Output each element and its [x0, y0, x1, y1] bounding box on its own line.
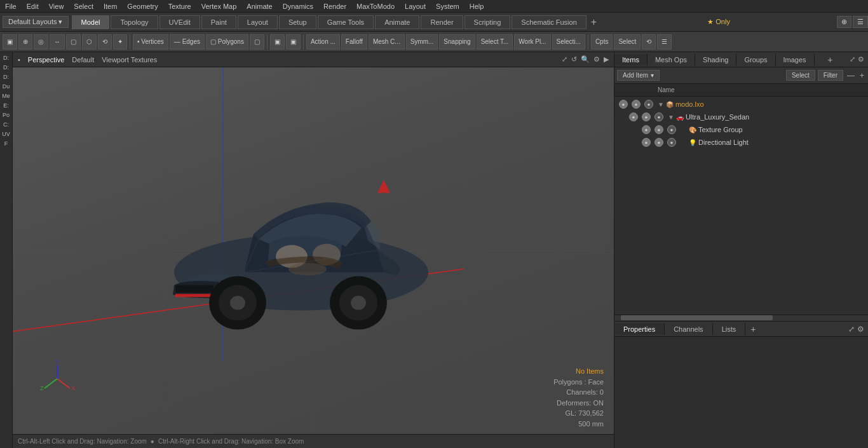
tab-items[interactable]: Items [614, 54, 648, 65]
perspective-label[interactable]: Perspective [28, 56, 64, 64]
prop-icon-settings[interactable]: ⚙ [857, 325, 864, 334]
tab-model[interactable]: Model [72, 15, 110, 29]
tab-paint[interactable]: Paint [201, 15, 236, 29]
tab-properties[interactable]: Properties [614, 323, 665, 335]
tab-setup[interactable]: Setup [279, 15, 316, 29]
tab-game-tools[interactable]: Game Tools [318, 15, 374, 29]
polygons-btn[interactable]: ▢ Polygons [206, 34, 248, 50]
ls-btn-po[interactable]: Po [1, 111, 12, 119]
ls-btn-f[interactable]: F [1, 139, 12, 148]
items-expand-icon[interactable]: ⤢ [850, 55, 855, 64]
item-row-modo[interactable]: ● ● ● ▼ 📦 modo.lxo [614, 98, 868, 111]
layout-icon-2[interactable]: ☰ [853, 16, 868, 28]
mesh-btn[interactable]: Mesh C... [369, 34, 405, 50]
eye-texture[interactable]: ● [642, 125, 651, 134]
viewport-textures-label[interactable]: Viewport Textures [102, 56, 157, 64]
tab-lists[interactable]: Lists [713, 323, 746, 335]
ls-btn-du[interactable]: Du [1, 82, 12, 91]
eye-light2[interactable]: ● [654, 138, 663, 147]
tab-topology[interactable]: Topology [111, 15, 158, 29]
arrow-sedan[interactable]: ▼ [668, 114, 674, 121]
tab-shading[interactable]: Shading [695, 54, 736, 65]
menu-file[interactable]: File [0, 1, 22, 11]
menu-help[interactable]: Help [465, 1, 489, 11]
menu-render[interactable]: Render [318, 1, 351, 11]
items-tab-add[interactable]: + [822, 53, 837, 67]
add-item-button[interactable]: Add Item ▾ [617, 70, 660, 81]
layout-add-button[interactable]: + [587, 17, 600, 28]
select-right-btn[interactable]: Select [614, 34, 641, 50]
snapping-btn[interactable]: Snapping [439, 34, 475, 50]
tab-schematic-fusion[interactable]: Schematic Fusion [512, 15, 586, 29]
items-scrollbar[interactable] [614, 315, 868, 321]
menu-geometry[interactable]: Geometry [122, 1, 163, 11]
tab-layout[interactable]: Layout [238, 15, 278, 29]
filter-btn[interactable]: Filter [818, 70, 843, 81]
item-row-sedan[interactable]: ● ● ● ▼ 🚗 Ultra_Luxury_Sedan [614, 111, 868, 123]
menu-texture[interactable]: Texture [163, 1, 196, 11]
viewport-3d[interactable]: X Y Z No Items Polygons : Face Channels:… [13, 67, 614, 434]
select-btn[interactable]: Select [786, 70, 815, 81]
tab-images[interactable]: Images [776, 54, 815, 65]
menu-item[interactable]: Item [98, 1, 122, 11]
tab-uvedit[interactable]: UVEdit [159, 15, 200, 29]
eye-sedan2[interactable]: ● [642, 112, 651, 121]
tab-scripting[interactable]: Scripting [465, 15, 511, 29]
tab-render[interactable]: Render [421, 15, 463, 29]
eye-sedan[interactable]: ● [629, 112, 638, 121]
vertices-btn[interactable]: • Vertices [133, 34, 168, 50]
falloff-btn[interactable]: Falloff [341, 34, 367, 50]
action-btn[interactable]: Action ... [306, 34, 340, 50]
edges-btn[interactable]: — Edges [170, 34, 205, 50]
tab-channels[interactable]: Channels [665, 323, 712, 335]
menu-system[interactable]: System [431, 1, 465, 11]
world-icon-btn[interactable]: ⊕ [18, 34, 32, 50]
item-mode-btn[interactable]: ▣ [3, 34, 17, 50]
snap-btn[interactable]: ✦ [113, 34, 127, 50]
eye-sedan3[interactable]: ● [654, 112, 663, 121]
tab-mesh-ops[interactable]: Mesh Ops [648, 54, 695, 65]
prop-icon-expand[interactable]: ⤢ [848, 325, 855, 334]
menu-dynamics[interactable]: Dynamics [278, 1, 318, 11]
menu-edit[interactable]: Edit [22, 1, 44, 11]
ls-btn-me[interactable]: Me [1, 92, 12, 100]
selecti-btn[interactable]: Selecti... [552, 34, 585, 50]
eye-light3[interactable]: ● [667, 138, 676, 147]
transform-btn[interactable]: ↔ [50, 34, 65, 50]
layout-icon-1[interactable]: ⊕ [837, 16, 851, 28]
vp-icon-expand[interactable]: ⤢ [562, 55, 567, 64]
symm-btn[interactable]: Symm... [406, 34, 438, 50]
ls-btn-e[interactable]: E: [1, 101, 12, 110]
ls-btn-c[interactable]: C: [1, 120, 12, 129]
items-settings-icon[interactable]: ⚙ [858, 55, 864, 64]
prop-tab-add[interactable]: + [745, 322, 761, 336]
ls-btn-1[interactable]: D: [1, 53, 12, 62]
items-icon-2[interactable]: + [858, 70, 865, 81]
mesh-icon-btn[interactable]: ⬡ [82, 34, 97, 50]
ls-btn-uv[interactable]: UV [1, 130, 12, 139]
menu-maxtomodo[interactable]: MaxToModo [351, 1, 400, 11]
poly2-btn[interactable]: ▢ [250, 34, 264, 50]
eye-modo[interactable]: ● [619, 100, 628, 109]
selectt-btn[interactable]: Select T... [477, 34, 513, 50]
menu-view[interactable]: View [44, 1, 69, 11]
vp-icon-settings[interactable]: ⚙ [593, 55, 600, 64]
default-label[interactable]: Default [72, 56, 94, 64]
tab-animate[interactable]: Animate [375, 15, 419, 29]
eye-light[interactable]: ● [642, 138, 651, 147]
rotate-btn[interactable]: ⟲ [98, 34, 112, 50]
cpts-btn[interactable]: Cpts [591, 34, 613, 50]
item-row-light[interactable]: ● ● ● 💡 Directional Light [614, 136, 868, 149]
vp-icon-play[interactable]: ▶ [604, 55, 609, 64]
eye-texture3[interactable]: ● [667, 125, 676, 134]
menu2-btn[interactable]: ☰ [657, 34, 672, 50]
vp-icon-rotate[interactable]: ↺ [571, 55, 577, 64]
center-icon-btn[interactable]: ◎ [34, 34, 48, 50]
eye-texture2[interactable]: ● [654, 125, 663, 134]
eye-modo2[interactable]: ● [632, 100, 641, 109]
menu-select[interactable]: Select [69, 1, 98, 11]
arrow-modo[interactable]: ▼ [658, 101, 664, 108]
ls-btn-3[interactable]: D: [1, 72, 12, 81]
eye-modo3[interactable]: ● [644, 100, 653, 109]
items-icon-1[interactable]: — [846, 70, 856, 81]
